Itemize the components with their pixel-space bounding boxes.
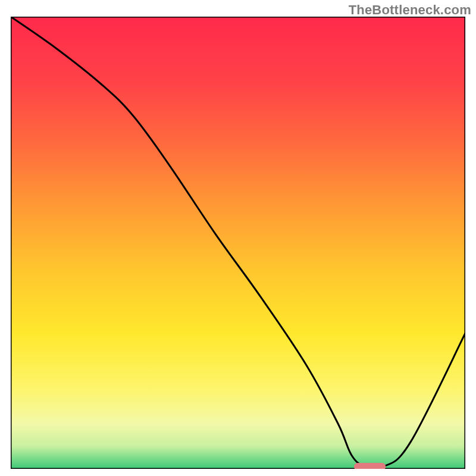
chart-stage: TheBottleneck.com: [0, 0, 476, 476]
bottleneck-chart: [11, 17, 465, 469]
optimal-marker: [354, 463, 386, 469]
gradient-background: [11, 17, 465, 469]
watermark-text: TheBottleneck.com: [349, 2, 471, 18]
plot-area: [11, 17, 465, 469]
